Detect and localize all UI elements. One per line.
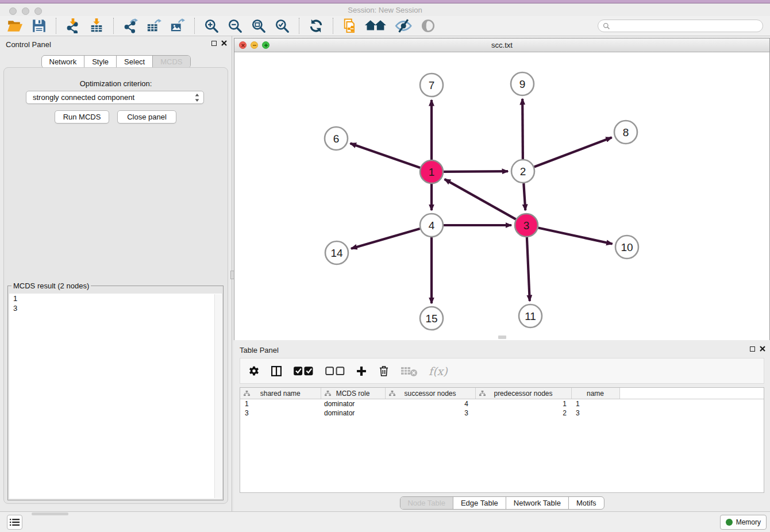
deselect-all-rows-icon[interactable]: [325, 365, 345, 377]
mcds-result-title: MCDS result (2 nodes): [11, 282, 91, 290]
optimization-criterion-label: Optimization criterion:: [4, 79, 228, 88]
statusbar-grip[interactable]: [32, 512, 68, 515]
close-table-panel-icon[interactable]: [760, 346, 765, 352]
graph-node-4[interactable]: 4: [420, 214, 443, 237]
edge-3-11[interactable]: [527, 237, 530, 301]
run-mcds-button[interactable]: Run MCDS: [55, 110, 109, 124]
open-session-icon[interactable]: [7, 18, 23, 34]
table-cell[interactable]: 1: [240, 399, 321, 409]
edge-3-1[interactable]: [445, 179, 516, 219]
tab-style[interactable]: Style: [84, 56, 116, 68]
graph-node-1[interactable]: 1: [420, 160, 443, 183]
table-cell[interactable]: 1: [571, 399, 619, 409]
float-table-panel-icon[interactable]: [750, 346, 755, 352]
graph-node-10[interactable]: 10: [615, 236, 638, 259]
tab-network[interactable]: Network: [41, 56, 84, 68]
chevron-up-down-icon: [194, 93, 200, 102]
toolbar-separator: [56, 18, 56, 34]
edge-2-9[interactable]: [522, 99, 523, 159]
settings-gear-icon[interactable]: [248, 365, 260, 377]
mcds-result-text[interactable]: 13: [9, 294, 222, 499]
table-cell[interactable]: 3: [240, 408, 321, 418]
edge-2-3[interactable]: [523, 183, 525, 210]
select-all-rows-icon[interactable]: [293, 365, 314, 377]
import-network-icon[interactable]: [66, 18, 80, 34]
status-bar: Memory: [0, 511, 770, 532]
svg-text:9: 9: [519, 78, 526, 90]
tab-motifs[interactable]: Motifs: [568, 497, 604, 509]
graph-node-6[interactable]: 6: [325, 127, 348, 150]
float-panel-icon[interactable]: [211, 41, 217, 46]
app-titlebar: Session: New Session: [0, 3, 770, 16]
tab-select[interactable]: Select: [116, 56, 152, 68]
column-header-successor-nodes[interactable]: successor nodes: [385, 388, 475, 399]
tab-mcds[interactable]: MCDS: [152, 56, 190, 68]
delete-table-icon: [401, 365, 418, 377]
column-header-shared-name[interactable]: shared name: [240, 388, 321, 399]
delete-column-icon[interactable]: [378, 365, 390, 377]
table-cell[interactable]: 3: [571, 408, 619, 418]
tab-node-table[interactable]: Node Table: [400, 497, 453, 509]
mcds-panel: Optimization criterion: strongly connect…: [3, 67, 228, 504]
memory-button[interactable]: Memory: [720, 515, 767, 530]
zoom-in-icon[interactable]: [204, 18, 219, 34]
table-cell[interactable]: dominator: [321, 408, 385, 418]
table-row[interactable]: 1dominator411: [240, 399, 764, 409]
graph-node-8[interactable]: 8: [614, 121, 637, 144]
table-cell[interactable]: 3: [385, 408, 475, 418]
task-history-button[interactable]: [7, 515, 22, 530]
result-scrollbar[interactable]: [214, 294, 221, 498]
close-panel-button[interactable]: Close panel: [117, 110, 176, 124]
network-resize-grip[interactable]: [498, 336, 506, 339]
column-header-name[interactable]: name: [571, 388, 619, 399]
hide-selected-icon[interactable]: [395, 18, 412, 34]
table-cell[interactable]: 2: [475, 408, 571, 418]
graph-node-9[interactable]: 9: [511, 72, 534, 95]
zoom-fit-icon[interactable]: [251, 18, 266, 34]
column-header-predecessor-nodes[interactable]: predecessor nodes: [475, 388, 571, 399]
criterion-select[interactable]: strongly connected component: [26, 91, 204, 104]
search-box[interactable]: [598, 20, 763, 32]
graph-node-15[interactable]: 15: [420, 307, 443, 330]
edge-3-10[interactable]: [538, 228, 613, 244]
tab-edge-table[interactable]: Edge Table: [453, 497, 506, 509]
edge-2-8[interactable]: [534, 137, 612, 167]
table-row[interactable]: 3dominator323: [240, 408, 764, 418]
first-neighbors-icon[interactable]: [365, 18, 386, 34]
table-cell[interactable]: dominator: [321, 399, 385, 409]
edge-1-2[interactable]: [444, 171, 508, 172]
export-network-icon[interactable]: [123, 18, 138, 34]
export-image-icon[interactable]: [170, 18, 185, 34]
result-line: 1: [9, 294, 222, 303]
zoom-out-icon[interactable]: [228, 18, 242, 34]
refresh-icon[interactable]: [309, 18, 324, 34]
add-column-icon[interactable]: [356, 365, 367, 377]
network-title: scc.txt: [234, 41, 769, 49]
graph-node-2[interactable]: 2: [511, 160, 534, 183]
svg-text:3: 3: [523, 219, 530, 232]
close-panel-icon[interactable]: [221, 40, 227, 46]
graph-node-3[interactable]: 3: [515, 214, 538, 237]
column-header-mcds-role[interactable]: MCDS role: [321, 388, 385, 399]
control-panel: Control Panel NetworkStyleSelectMCDS Opt…: [0, 36, 232, 511]
import-table-icon[interactable]: [89, 18, 104, 34]
clone-network-icon[interactable]: [342, 18, 356, 34]
column-visibility-icon[interactable]: [271, 365, 282, 377]
export-table-icon[interactable]: [147, 18, 161, 34]
tab-network-table[interactable]: Network Table: [506, 497, 568, 509]
network-canvas[interactable]: 7968124314101511: [234, 52, 769, 340]
zoom-selected-icon[interactable]: [275, 18, 290, 34]
table-cell[interactable]: 4: [385, 399, 475, 409]
table-cell[interactable]: 1: [475, 399, 571, 409]
graph-node-7[interactable]: 7: [420, 74, 443, 97]
edge-4-14[interactable]: [351, 229, 420, 249]
network-window-titlebar[interactable]: scc.txt: [234, 38, 769, 52]
toolbar-separator: [113, 18, 114, 34]
graph-node-11[interactable]: 11: [519, 304, 542, 327]
edge-1-6[interactable]: [351, 144, 421, 168]
search-input[interactable]: [613, 21, 758, 31]
control-panel-header: Control Panel: [0, 36, 232, 51]
save-session-icon[interactable]: [32, 18, 47, 34]
node-table: shared nameMCDS rolesuccessor nodesprede…: [240, 387, 764, 493]
graph-node-14[interactable]: 14: [325, 241, 348, 264]
